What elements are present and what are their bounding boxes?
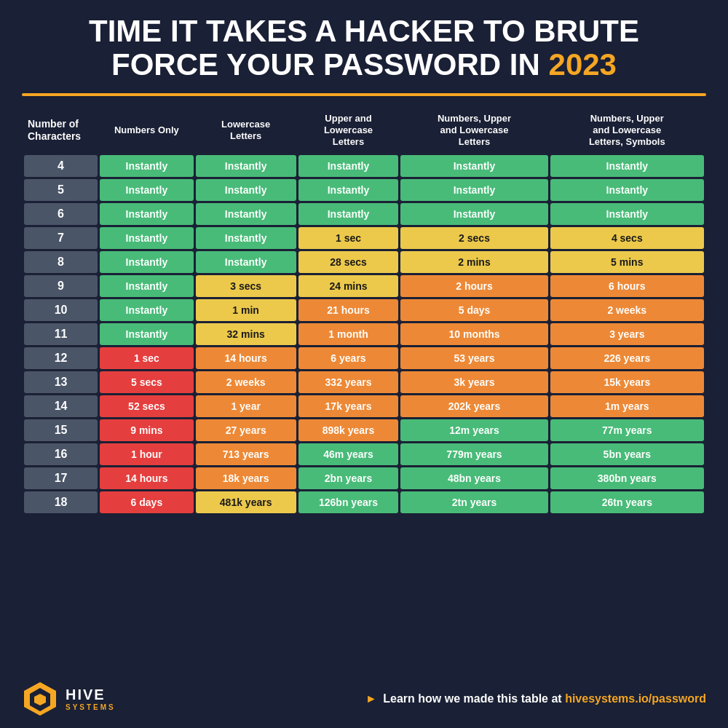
table-row: 161 hour713 years46m years779m years5bn … bbox=[24, 443, 704, 465]
cell-value: 3 secs bbox=[196, 275, 296, 297]
learn-text: Learn how we made this table at bbox=[383, 692, 565, 705]
cell-value: 53 years bbox=[400, 347, 547, 369]
table-row: 8InstantlyInstantly28 secs2 mins5 mins bbox=[24, 251, 704, 273]
logo-systems: SYSTEMS bbox=[66, 703, 116, 711]
cell-value: Instantly bbox=[100, 299, 194, 321]
table-row: 159 mins27 years898k years12m years77m y… bbox=[24, 419, 704, 441]
title-line1: TIME IT TAKES A HACKER TO BRUTE bbox=[89, 14, 639, 48]
cell-value: 77m years bbox=[550, 419, 704, 441]
cell-value: 2 mins bbox=[400, 251, 547, 273]
header-numbers: Numbers Only bbox=[100, 107, 194, 153]
table-row: 10Instantly1 min21 hours5 days2 weeks bbox=[24, 299, 704, 321]
cell-value: Instantly bbox=[196, 179, 296, 201]
cell-chars: 5 bbox=[24, 179, 98, 201]
cell-value: Instantly bbox=[196, 227, 296, 249]
table-row: 186 days481k years126bn years2tn years26… bbox=[24, 491, 704, 513]
cell-chars: 17 bbox=[24, 467, 98, 489]
cell-value: 52 secs bbox=[100, 395, 194, 417]
cell-value: Instantly bbox=[550, 155, 704, 177]
title-line2: FORCE YOUR PASSWORD IN bbox=[111, 47, 549, 82]
footer-link[interactable]: hivesystems.io/password bbox=[565, 692, 706, 705]
cell-value: 24 mins bbox=[298, 275, 399, 297]
cell-value: 1 sec bbox=[298, 227, 399, 249]
cell-value: 12m years bbox=[400, 419, 547, 441]
header-num-upper-lower: Numbers, Upperand LowercaseLetters bbox=[400, 107, 547, 153]
cell-value: 6 hours bbox=[550, 275, 704, 297]
cell-value: 10 months bbox=[400, 323, 547, 345]
page-title: TIME IT TAKES A HACKER TO BRUTE FORCE YO… bbox=[22, 15, 706, 82]
cell-value: Instantly bbox=[550, 203, 704, 225]
cell-value: 2 secs bbox=[400, 227, 547, 249]
cell-value: 15k years bbox=[550, 371, 704, 393]
cell-chars: 14 bbox=[24, 395, 98, 417]
logo-hive: HIVE bbox=[66, 687, 116, 703]
cell-value: 779m years bbox=[400, 443, 547, 465]
title-year: 2023 bbox=[549, 47, 617, 82]
cell-value: 32 mins bbox=[196, 323, 296, 345]
table-row: 135 secs2 weeks332 years3k years15k year… bbox=[24, 371, 704, 393]
table-row: 1714 hours18k years2bn years48bn years38… bbox=[24, 467, 704, 489]
cell-value: 1 min bbox=[196, 299, 296, 321]
cell-value: Instantly bbox=[298, 203, 399, 225]
table-row: 6InstantlyInstantlyInstantlyInstantlyIns… bbox=[24, 203, 704, 225]
header-lowercase: LowercaseLetters bbox=[196, 107, 296, 153]
cell-value: 3 years bbox=[550, 323, 704, 345]
cell-chars: 11 bbox=[24, 323, 98, 345]
cell-value: Instantly bbox=[100, 323, 194, 345]
cell-value: Instantly bbox=[196, 203, 296, 225]
cell-chars: 18 bbox=[24, 491, 98, 513]
header-chars: Number ofCharacters bbox=[24, 107, 98, 153]
cell-chars: 10 bbox=[24, 299, 98, 321]
cell-value: Instantly bbox=[400, 179, 547, 201]
cell-value: 226 years bbox=[550, 347, 704, 369]
cell-value: Instantly bbox=[196, 251, 296, 273]
logo: HIVE SYSTEMS bbox=[22, 681, 116, 717]
cell-value: 481k years bbox=[196, 491, 296, 513]
cell-value: 21 hours bbox=[298, 299, 399, 321]
cell-chars: 8 bbox=[24, 251, 98, 273]
logo-text: HIVE SYSTEMS bbox=[66, 687, 116, 711]
cell-value: 5 days bbox=[400, 299, 547, 321]
footer-learn-text: ► Learn how we made this table at hivesy… bbox=[365, 692, 706, 705]
cell-chars: 13 bbox=[24, 371, 98, 393]
cell-value: Instantly bbox=[298, 155, 399, 177]
cell-chars: 6 bbox=[24, 203, 98, 225]
footer: HIVE SYSTEMS ► Learn how we made this ta… bbox=[22, 675, 706, 717]
cell-chars: 15 bbox=[24, 419, 98, 441]
cell-value: 28 secs bbox=[298, 251, 399, 273]
cell-value: 14 hours bbox=[196, 347, 296, 369]
cell-chars: 12 bbox=[24, 347, 98, 369]
header-num-upper-lower-sym: Numbers, Upperand LowercaseLetters, Symb… bbox=[550, 107, 704, 153]
cell-value: Instantly bbox=[100, 155, 194, 177]
cell-value: 3k years bbox=[400, 371, 547, 393]
cell-value: 1 sec bbox=[100, 347, 194, 369]
cell-value: 46m years bbox=[298, 443, 399, 465]
cell-value: 5 mins bbox=[550, 251, 704, 273]
table-row: 9Instantly3 secs24 mins2 hours6 hours bbox=[24, 275, 704, 297]
cell-value: 5bn years bbox=[550, 443, 704, 465]
cell-value: 5 secs bbox=[100, 371, 194, 393]
cell-value: 1 hour bbox=[100, 443, 194, 465]
title-divider bbox=[22, 93, 706, 96]
table-row: 5InstantlyInstantlyInstantlyInstantlyIns… bbox=[24, 179, 704, 201]
cell-value: 26tn years bbox=[550, 491, 704, 513]
cell-value: 2 weeks bbox=[196, 371, 296, 393]
cell-value: 380bn years bbox=[550, 467, 704, 489]
cell-value: Instantly bbox=[100, 203, 194, 225]
cell-value: Instantly bbox=[400, 155, 547, 177]
cell-value: Instantly bbox=[298, 179, 399, 201]
cell-value: 1m years bbox=[550, 395, 704, 417]
cell-chars: 4 bbox=[24, 155, 98, 177]
cell-value: 18k years bbox=[196, 467, 296, 489]
table-header-row: Number ofCharacters Numbers Only Lowerca… bbox=[24, 107, 704, 153]
cell-chars: 16 bbox=[24, 443, 98, 465]
cell-value: 1 month bbox=[298, 323, 399, 345]
cell-value: 17k years bbox=[298, 395, 399, 417]
hive-logo-icon bbox=[22, 681, 58, 717]
cell-value: Instantly bbox=[196, 155, 296, 177]
cell-value: 27 years bbox=[196, 419, 296, 441]
main-container: TIME IT TAKES A HACKER TO BRUTE FORCE YO… bbox=[0, 0, 728, 728]
cell-value: 713 years bbox=[196, 443, 296, 465]
table-row: 121 sec14 hours6 years53 years226 years bbox=[24, 347, 704, 369]
table-row: 11Instantly32 mins1 month10 months3 year… bbox=[24, 323, 704, 345]
